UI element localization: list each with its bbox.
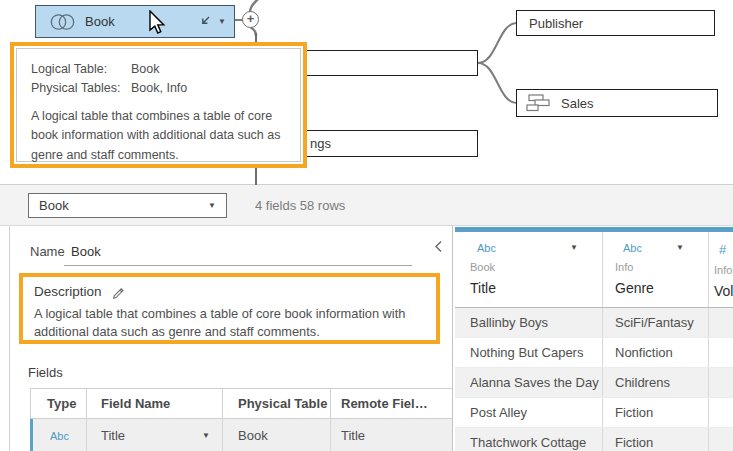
- grid-column-header-volume[interactable]: # ▼ Info Volume: [709, 232, 733, 307]
- relationship-canvas: on ngs Publisher Sales +: [0, 0, 733, 185]
- description-highlight-box: Description A logical table that combine…: [19, 273, 440, 344]
- grid-cell: Fiction: [603, 428, 709, 451]
- grid-cell: [709, 338, 733, 367]
- grid-cell: [709, 368, 733, 397]
- column-menu-caret-icon[interactable]: ▼: [570, 244, 578, 252]
- logical-table-venn-icon: [49, 12, 76, 32]
- column-table-name: Info: [603, 261, 708, 273]
- data-preview-grid: Abc ▼ Book Title Abc ▼ Info Genre # ▼: [453, 226, 733, 451]
- fields-header-field-name: Field Name: [87, 389, 223, 418]
- column-field-name: Genre: [603, 280, 708, 296]
- fields-header-physical-table: Physical Table: [223, 389, 331, 418]
- grid-cell: Thatchwork Cottage: [455, 428, 603, 451]
- grid-column-header-genre[interactable]: Abc ▼ Info Genre: [603, 232, 709, 307]
- fields-table: Type Field Name Physical Table Remote Fi…: [30, 388, 452, 451]
- fields-header-remote-field: Remote Fiel…: [331, 389, 452, 418]
- node-menu-caret-icon[interactable]: ▼: [218, 18, 226, 26]
- grid-cell: Nonfiction: [603, 338, 709, 367]
- column-type-number-icon: #: [709, 242, 733, 257]
- node-sales[interactable]: Sales: [516, 89, 718, 117]
- node-book-selected[interactable]: Book ▼: [35, 5, 235, 38]
- grid-cell: [709, 308, 733, 337]
- collapse-icon[interactable]: [198, 15, 211, 28]
- grid-cell: [709, 428, 733, 451]
- grid-data-row: Thatchwork Cottage Fiction: [455, 428, 733, 451]
- add-table-plus-button[interactable]: +: [242, 11, 259, 28]
- node-label: Sales: [561, 96, 594, 111]
- column-table-name: Info: [709, 264, 733, 276]
- tooltip-logical-table-label: Logical Table:: [31, 60, 131, 79]
- field-physical-table-value: Book: [223, 419, 331, 451]
- column-type-abc-icon: Abc: [603, 242, 708, 254]
- grid-cell: Alanna Saves the Day: [455, 368, 603, 397]
- fields-rows-summary: 4 fields 58 rows: [255, 198, 345, 213]
- logical-table-tooltip: Logical Table: Book Physical Tables: Boo…: [16, 48, 301, 162]
- collapse-panel-chevron-icon[interactable]: [434, 240, 443, 253]
- grid-header-row: Abc ▼ Book Title Abc ▼ Info Genre # ▼: [455, 232, 733, 308]
- field-type-abc-icon: Abc: [50, 430, 69, 442]
- grid-cell: Childrens: [603, 368, 709, 397]
- fields-table-header: Type Field Name Physical Table Remote Fi…: [30, 388, 452, 419]
- table-selector-value: Book: [39, 198, 69, 213]
- node-publisher[interactable]: Publisher: [516, 10, 715, 36]
- field-name-caret-icon[interactable]: ▼: [202, 432, 210, 440]
- mouse-cursor: [148, 10, 168, 36]
- grid-data-row: Ballinby Boys SciFi/Fantasy: [455, 308, 733, 338]
- column-field-name: Title: [455, 280, 602, 296]
- table-detail-toolbar: Book ▼ 4 fields 58 rows: [0, 185, 733, 226]
- bottom-region: Name Book Description A logical table th…: [0, 226, 733, 451]
- node-label: ngs: [310, 136, 331, 151]
- fields-table-row[interactable]: Abc Title ▼ Book Title: [30, 419, 452, 451]
- column-menu-caret-icon[interactable]: ▼: [676, 244, 684, 252]
- tableau-datasource-page: on ngs Publisher Sales +: [0, 0, 733, 451]
- description-label: Description: [34, 284, 102, 299]
- grid-data-row: Post Alley Fiction: [455, 398, 733, 428]
- field-name-value[interactable]: Title: [101, 428, 125, 443]
- name-label: Name: [30, 244, 65, 259]
- edit-pencil-icon[interactable]: [111, 285, 125, 299]
- table-selector-dropdown[interactable]: Book ▼: [28, 193, 227, 218]
- tooltip-highlight-box: Logical Table: Book Physical Tables: Boo…: [10, 42, 307, 168]
- physical-table-icon: [525, 94, 551, 112]
- grid-cell: [709, 398, 733, 427]
- tooltip-description: A logical table that combines a table of…: [31, 107, 286, 165]
- column-field-name: Volume: [709, 283, 733, 299]
- fields-header-type: Type: [31, 389, 87, 418]
- grid-data-row: Nothing But Capers Nonfiction: [455, 338, 733, 368]
- tooltip-physical-tables-value: Book, Info: [131, 79, 187, 98]
- name-field[interactable]: Book: [71, 244, 101, 259]
- field-remote-field-value: Title: [331, 419, 452, 451]
- grid-cell: Post Alley: [455, 398, 603, 427]
- grid-cell: SciFi/Fantasy: [603, 308, 709, 337]
- grid-cell: Fiction: [603, 398, 709, 427]
- column-table-name: Book: [455, 261, 602, 273]
- grid-data-row: Alanna Saves the Day Childrens: [455, 368, 733, 398]
- description-text: A logical table that combines a table of…: [34, 305, 434, 341]
- tooltip-logical-table-value: Book: [131, 60, 160, 79]
- node-label: Publisher: [529, 16, 583, 31]
- grid-cell: Ballinby Boys: [455, 308, 603, 337]
- tooltip-physical-tables-label: Physical Tables:: [31, 79, 131, 98]
- grid-column-header-title[interactable]: Abc ▼ Book Title: [455, 232, 603, 307]
- table-details-panel: Name Book Description A logical table th…: [10, 226, 452, 451]
- node-label: Book: [85, 14, 115, 29]
- dropdown-caret-icon: ▼: [208, 202, 216, 210]
- column-type-abc-icon: Abc: [455, 242, 602, 254]
- grid-cell: Nothing But Capers: [455, 338, 603, 367]
- name-field-underline: [64, 265, 412, 266]
- fields-section-label: Fields: [28, 365, 63, 380]
